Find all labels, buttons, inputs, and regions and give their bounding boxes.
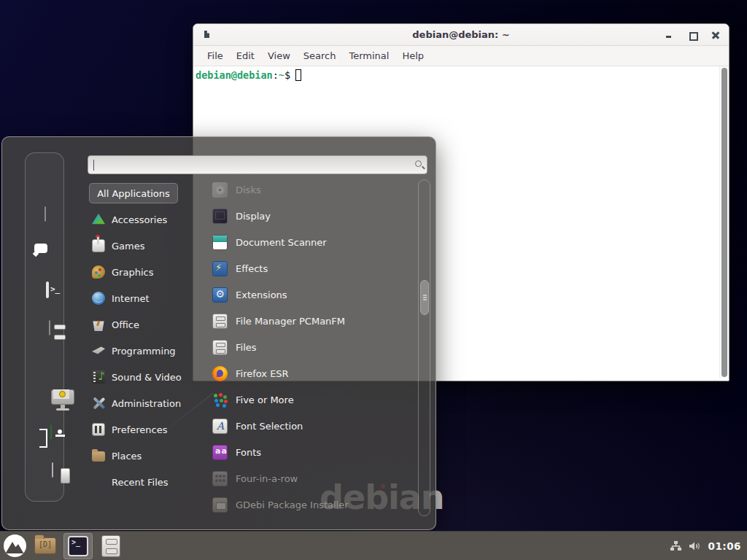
lock-shape	[59, 391, 66, 397]
menu-help[interactable]: Help	[395, 47, 430, 64]
app-pcmanfm[interactable]: File Manager PCManFM	[212, 308, 415, 334]
app-font-selection[interactable]: Font Selection	[212, 413, 415, 439]
app-disks[interactable]: Disks	[212, 176, 415, 203]
app-label: Document Scanner	[236, 237, 327, 248]
app-label: Files	[236, 342, 257, 353]
menu-view[interactable]: View	[261, 47, 297, 64]
category-label: Programming	[112, 346, 176, 357]
menu-button[interactable]	[0, 532, 29, 560]
category-graphics[interactable]: Graphics	[92, 259, 212, 285]
category-label: Games	[112, 241, 144, 252]
app-document-scanner[interactable]: Document Scanner	[212, 229, 415, 255]
category-preferences[interactable]: Preferences	[92, 416, 212, 443]
window-title: debian@debian: ~	[193, 29, 729, 40]
app-label: Fonts	[236, 447, 261, 458]
app-label: Five or More	[236, 394, 294, 405]
category-label: Places	[112, 451, 142, 462]
places-icon	[92, 451, 105, 462]
category-label: Sound & Video	[112, 372, 182, 383]
app-label: Display	[236, 211, 271, 222]
logout-icon[interactable]	[50, 424, 52, 440]
app-files[interactable]: Files	[212, 334, 415, 360]
maximize-icon[interactable]	[689, 31, 697, 39]
taskbar-terminal-active[interactable]	[63, 533, 93, 559]
five-or-more-icon	[212, 392, 228, 408]
font-selection-icon	[212, 419, 228, 434]
text-cursor	[295, 69, 301, 81]
extensions-icon	[212, 287, 228, 303]
system-tray: 01:06	[670, 540, 747, 552]
category-games[interactable]: Games	[92, 233, 212, 259]
scrollbar-thumb[interactable]	[721, 68, 727, 377]
app-five-or-more[interactable]: Five or More	[212, 386, 415, 413]
taskbar: 01:06	[0, 531, 747, 560]
minimize-icon[interactable]	[665, 31, 673, 39]
favorite-keyboard-icon[interactable]	[44, 206, 46, 222]
app-four-in-a-row[interactable]: Four-in-a-row	[212, 465, 415, 491]
volume-icon[interactable]	[689, 540, 702, 552]
category-programming[interactable]: Programming	[92, 338, 212, 364]
shutdown-icon[interactable]	[52, 462, 53, 478]
file-cabinet-icon	[101, 535, 120, 557]
launcher-files[interactable]	[95, 532, 127, 560]
office-icon	[92, 318, 105, 331]
favorite-terminal-icon[interactable]	[46, 281, 49, 298]
app-firefox-esr[interactable]: Firefox ESR	[212, 360, 415, 386]
folder-icon	[34, 537, 56, 554]
app-label: Font Selection	[236, 421, 303, 432]
app-label: File Manager PCManFM	[236, 316, 345, 327]
category-label: Recent Files	[112, 477, 169, 488]
category-label: Accessories	[112, 214, 167, 225]
category-label: Preferences	[112, 424, 167, 435]
disks-icon	[212, 182, 228, 198]
four-in-a-row-icon	[212, 471, 228, 486]
clock[interactable]: 01:06	[708, 540, 741, 552]
effects-icon	[212, 261, 228, 276]
app-label: Four-in-a-row	[236, 473, 298, 484]
menu-edit[interactable]: Edit	[230, 47, 261, 64]
menu-scrollbar-thumb[interactable]	[420, 280, 429, 315]
terminal-menubar: File Edit View Search Terminal Help	[193, 46, 729, 66]
app-effects[interactable]: Effects	[212, 255, 415, 281]
terminal-scrollbar[interactable]	[719, 66, 729, 378]
figure-head	[58, 429, 62, 434]
category-office[interactable]: Office	[92, 311, 212, 338]
app-fonts[interactable]: Fonts	[212, 439, 415, 465]
launcher-file-manager[interactable]	[29, 532, 61, 560]
close-icon[interactable]	[712, 31, 720, 39]
gdebi-icon	[212, 497, 228, 513]
menu-file[interactable]: File	[201, 47, 230, 64]
file-manager-icon	[212, 314, 228, 329]
search-caret	[93, 160, 94, 171]
app-extensions[interactable]: Extensions	[212, 281, 415, 308]
files-icon	[212, 340, 228, 355]
app-gdebi[interactable]: GDebi Package Installer	[212, 491, 415, 518]
terminal-titlebar[interactable]: debian@debian: ~	[193, 24, 729, 46]
category-sound-video[interactable]: Sound & Video	[92, 364, 212, 390]
menu-search[interactable]: Search	[297, 47, 343, 64]
search-box[interactable]	[88, 155, 427, 174]
category-label: Graphics	[112, 267, 153, 278]
app-display[interactable]: Display	[212, 203, 415, 229]
app-label: Extensions	[236, 289, 287, 300]
category-administration[interactable]: Administration	[92, 390, 212, 416]
menu-terminal[interactable]: Terminal	[342, 47, 395, 64]
filter-all-applications[interactable]: All Applications	[89, 183, 178, 203]
category-internet[interactable]: Internet	[92, 285, 212, 311]
favorites-rail	[25, 152, 64, 502]
base-shape	[56, 408, 69, 411]
menu-scrollbar[interactable]	[418, 179, 430, 516]
accessories-icon	[92, 213, 105, 226]
category-label: Office	[112, 319, 139, 330]
terminal-icon	[68, 536, 88, 556]
app-label: Effects	[236, 263, 268, 274]
category-places[interactable]: Places	[92, 443, 212, 469]
category-recent-files[interactable]: Recent Files	[92, 469, 212, 495]
app-label: GDebi Package Installer	[236, 499, 349, 510]
search-input[interactable]	[97, 158, 403, 172]
menu-logo-icon	[4, 534, 26, 557]
network-icon[interactable]	[670, 540, 682, 552]
favorite-file-manager-icon[interactable]	[49, 320, 50, 335]
category-accessories[interactable]: Accessories	[92, 206, 212, 233]
programming-icon	[92, 344, 105, 357]
